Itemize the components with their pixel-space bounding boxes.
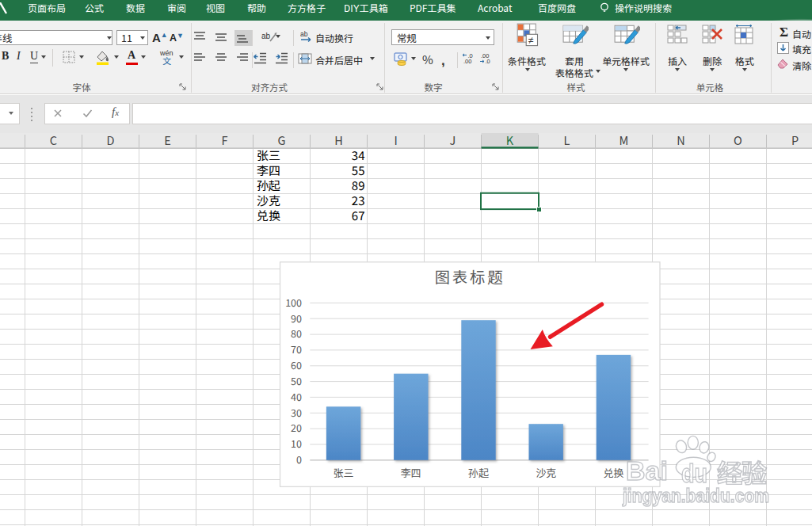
svg-text:Bai: Bai bbox=[626, 455, 668, 486]
svg-text:K: K bbox=[506, 132, 514, 148]
svg-text:O: O bbox=[734, 132, 742, 148]
svg-text:张三: 张三 bbox=[334, 465, 354, 480]
svg-text:30: 30 bbox=[291, 405, 302, 420]
svg-text:60: 60 bbox=[291, 357, 302, 372]
svg-text:80: 80 bbox=[291, 326, 302, 341]
svg-text:J: J bbox=[450, 132, 456, 148]
svg-text:M: M bbox=[619, 132, 629, 148]
svg-text:孙起: 孙起 bbox=[257, 177, 280, 193]
svg-text:0: 0 bbox=[296, 452, 302, 467]
svg-text:L: L bbox=[564, 132, 570, 148]
svg-text:兑换: 兑换 bbox=[603, 465, 623, 480]
svg-text:兑换: 兑换 bbox=[257, 207, 280, 223]
svg-text:50: 50 bbox=[291, 373, 302, 388]
svg-text:89: 89 bbox=[352, 177, 365, 193]
svg-text:55: 55 bbox=[352, 162, 365, 178]
svg-text:D: D bbox=[107, 132, 115, 148]
svg-text:沙克: 沙克 bbox=[257, 192, 280, 208]
svg-text:23: 23 bbox=[352, 192, 365, 208]
svg-text:张三: 张三 bbox=[257, 147, 280, 163]
svg-text:G: G bbox=[278, 132, 286, 148]
svg-text:沙克: 沙克 bbox=[536, 465, 556, 480]
svg-text:H: H bbox=[334, 132, 343, 148]
svg-text:jingyan.baidu.com: jingyan.baidu.com bbox=[622, 486, 769, 506]
svg-text:70: 70 bbox=[291, 341, 302, 356]
svg-text:90: 90 bbox=[291, 311, 302, 326]
svg-text:孙起: 孙起 bbox=[468, 465, 489, 480]
svg-text:李四: 李四 bbox=[257, 162, 280, 178]
svg-text:10: 10 bbox=[291, 436, 302, 451]
svg-text:20: 20 bbox=[291, 420, 302, 435]
svg-text:67: 67 bbox=[352, 207, 365, 223]
svg-text:E: E bbox=[164, 132, 171, 148]
svg-text:100: 100 bbox=[285, 295, 302, 310]
svg-text:du: du bbox=[681, 458, 707, 488]
svg-text:C: C bbox=[50, 132, 57, 148]
svg-text:I: I bbox=[394, 132, 397, 148]
svg-text:经验: 经验 bbox=[717, 453, 767, 490]
svg-text:李四: 李四 bbox=[401, 465, 421, 480]
svg-text:P: P bbox=[791, 132, 799, 148]
svg-text:N: N bbox=[677, 132, 684, 148]
svg-text:40: 40 bbox=[291, 389, 302, 404]
svg-text:34: 34 bbox=[352, 147, 365, 163]
svg-text:图表标题: 图表标题 bbox=[435, 265, 505, 288]
svg-text:F: F bbox=[221, 132, 227, 148]
